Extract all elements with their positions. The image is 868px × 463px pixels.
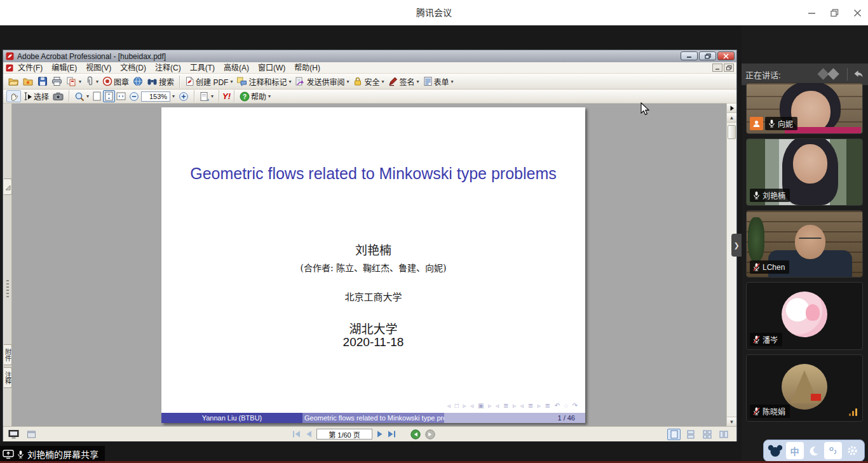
beamer-nav-symbols[interactable]: ◃ □ ▹ ◃ ▣ ▹ ◃ ≣ ▹ ◃ ≣ ▹ ≣ ↶ ◌ ↷ [447,402,579,409]
open-folder-icon [8,76,19,86]
mic-on-icon [753,191,760,199]
video-feed [799,238,822,243]
menu-view[interactable]: 视图(V) [81,62,116,74]
hand-icon [9,91,18,101]
menu-advanced[interactable]: 高级(A) [219,62,254,74]
slide-author: 刘艳楠 [161,241,585,258]
first-page-icon[interactable] [292,431,301,438]
back-arrow-icon[interactable] [853,69,864,79]
scroll-down-icon[interactable]: ▼ [727,417,736,426]
zoom-in-icon [179,91,189,102]
menu-file[interactable]: 文件(F) [13,62,47,74]
menu-comments[interactable]: 注释(C) [151,62,186,74]
toolbar-separator [219,90,219,102]
next-view-icon[interactable] [425,429,435,440]
scroll-up-icon[interactable]: ▲ [727,113,736,123]
page-display-button[interactable]: ▾ [198,91,215,102]
participant-tile[interactable]: 向妮 [746,83,863,134]
acrobat-close-icon[interactable] [717,51,735,60]
pane-grip[interactable] [6,280,9,299]
document-restore-icon[interactable] [724,64,734,72]
zoom-dropdown-arrow-icon[interactable]: ▾ [172,93,175,99]
sign-button[interactable]: 签名▾ [386,76,421,88]
single-page-layout-button[interactable] [667,429,681,440]
ime-settings-gear-icon[interactable] [844,442,862,459]
sidebar-collapse-handle[interactable]: ❯ [731,234,742,257]
open-button[interactable] [6,76,21,87]
document-minimize-icon[interactable] [712,64,722,72]
hand-tool-button[interactable] [6,90,21,102]
fit-width-button[interactable] [91,90,103,102]
scrollbar-thumb[interactable] [728,125,736,139]
page-number-input[interactable]: 第 1/60 页 [316,429,372,440]
toolbar-separator [234,90,234,102]
slide-affiliation: 北京工商大学 [161,290,585,303]
ime-fullwidth-moon-icon[interactable] [805,442,823,459]
search-button[interactable]: 搜索 [145,76,176,88]
menu-window[interactable]: 窗口(W) [254,62,290,74]
help-button[interactable]: ? 帮助▾ [238,90,273,102]
navigation-pane-strip: 附件 注释 [4,104,12,426]
tile-cascade-button[interactable] [8,429,19,440]
lock-icon [353,76,363,86]
next-page-icon[interactable] [377,431,383,438]
attachments-panel-tab[interactable]: 附件 [4,344,12,365]
yahoo-toolbar-button[interactable]: Y! [222,91,231,101]
security-button[interactable]: 安全▾ [351,76,386,88]
last-page-icon[interactable] [388,431,397,438]
send-review-button[interactable]: 发送供审阅▾ [293,76,351,88]
window-layout-button[interactable] [27,430,36,439]
print-button[interactable] [50,76,64,87]
create-pdf-button[interactable]: 创建 PDF▾ [183,76,234,88]
comments-panel-tab[interactable]: 注释 [4,367,12,388]
vertical-scrollbar[interactable]: ▲ ▼ [726,104,736,426]
select-tool-button[interactable]: 选择 [21,90,51,102]
participant-tile[interactable]: 陈晓娟 [746,354,863,422]
acrobat-minimize-icon[interactable] [681,51,698,60]
network-signal-icon [849,408,857,416]
continuous-layout-button[interactable] [684,429,697,440]
participant-tile[interactable]: 刘艳楠 [746,138,863,206]
forms-button[interactable]: 表单▾ [421,76,456,88]
menu-edit[interactable]: 编辑(E) [47,62,81,74]
participant-name: 潘岑 [763,334,778,345]
save-button[interactable] [36,76,50,87]
previous-page-icon[interactable] [306,431,312,438]
menu-tools[interactable]: 工具(T) [186,62,219,74]
menu-help[interactable]: 帮助(H) [290,62,325,74]
mic-on-icon [17,450,24,459]
search-label: 搜索 [159,76,174,87]
fit-visible-button[interactable] [115,90,127,102]
stamp-button[interactable]: 图章 [100,76,131,88]
comment-markup-label: 注释和标记 [248,76,287,87]
ime-language-toggle[interactable]: 中 [786,442,804,459]
previous-view-icon[interactable] [410,429,421,440]
restore-icon[interactable] [829,7,840,18]
pane-toggle-arrow-icon[interactable] [727,104,736,113]
combine-files-icon [66,76,77,86]
participant-tile[interactable]: 潘岑 [746,282,863,350]
video-feed [748,217,764,262]
facing-layout-button[interactable] [717,429,730,440]
close-icon[interactable] [851,7,863,18]
zoom-level-input[interactable]: 153% [141,91,170,102]
snapshot-button[interactable] [51,91,65,102]
zoom-tool-button[interactable]: ▾ [72,91,91,102]
minimize-icon[interactable] [806,7,817,18]
organizer-button[interactable] [21,76,36,87]
participant-tile[interactable]: LChen [746,210,863,278]
comment-markup-button[interactable]: 注释和标记▾ [234,76,293,88]
pages-panel-tab[interactable] [4,178,12,195]
acrobat-restore-icon[interactable] [699,51,716,60]
zoom-out-button[interactable] [127,91,141,102]
attach-button[interactable]: ▾ [83,76,100,87]
facing-continuous-layout-button[interactable] [700,429,714,440]
menu-document[interactable]: 文档(D) [116,62,151,74]
fit-page-button[interactable] [103,90,115,102]
zoom-in-button[interactable] [177,91,191,102]
ime-punctuation-icon[interactable] [824,442,842,459]
email-button[interactable] [131,76,145,87]
ime-logo-icon[interactable] [766,442,784,459]
combine-files-button[interactable]: ▾ [64,76,83,87]
acrobat-titlebar[interactable]: Adobe Acrobat Professional - [hubeidax.p… [3,50,736,62]
